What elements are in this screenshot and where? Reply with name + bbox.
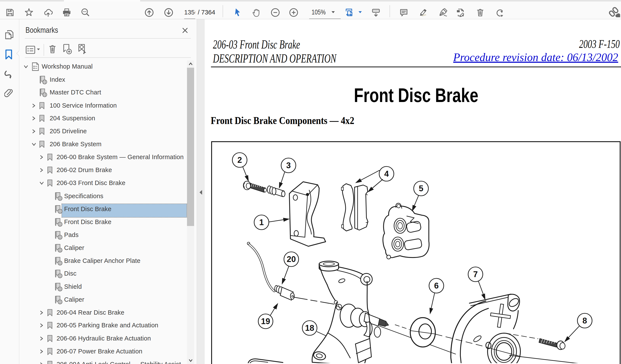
- svg-text:6: 6: [434, 281, 439, 290]
- svg-text:1: 1: [259, 218, 264, 227]
- svg-text:3: 3: [286, 161, 291, 170]
- svg-text:2: 2: [237, 156, 242, 165]
- svg-text:4: 4: [384, 169, 389, 178]
- svg-text:8: 8: [582, 316, 587, 325]
- svg-text:20: 20: [287, 255, 296, 264]
- svg-text:5: 5: [419, 184, 423, 193]
- svg-text:18: 18: [305, 323, 314, 332]
- svg-text:19: 19: [261, 317, 270, 326]
- svg-text:7: 7: [473, 270, 478, 279]
